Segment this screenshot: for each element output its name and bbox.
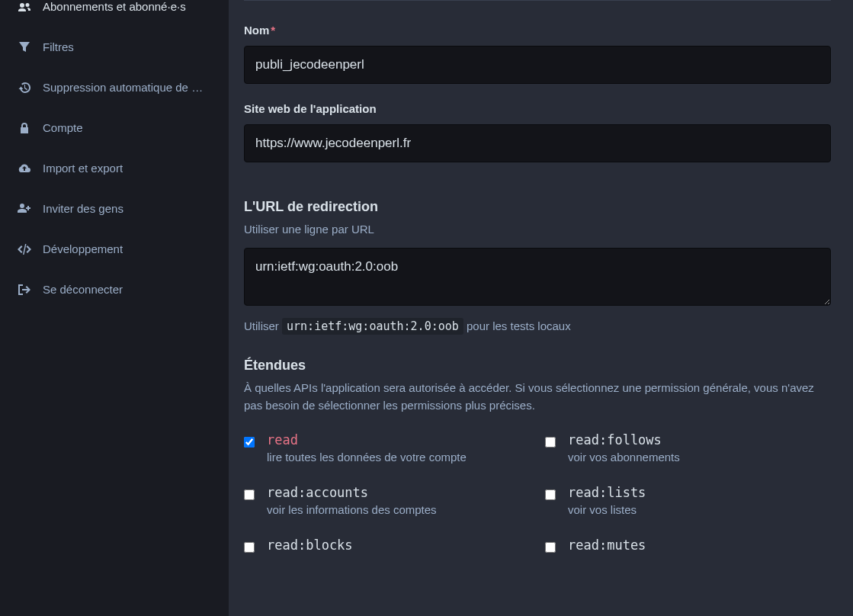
scope-item: readlire toutes les données de votre com… bbox=[244, 432, 530, 464]
scope-item: read:listsvoir vos listes bbox=[545, 485, 831, 516]
scope-item: read:mutes bbox=[545, 537, 831, 556]
sidebar-item-label: Suppression automatique de … bbox=[43, 81, 203, 94]
scope-desc: lire toutes les données de votre compte bbox=[267, 451, 467, 464]
sidebar-item-label: Import et export bbox=[43, 162, 123, 175]
scope-item: read:accountsvoir les informations des c… bbox=[244, 485, 530, 516]
redirect-heading: L'URL de redirection bbox=[244, 199, 831, 215]
sidebar-item-invite[interactable]: Inviter des gens bbox=[0, 188, 229, 229]
sidebar-item-label: Se déconnecter bbox=[43, 283, 123, 296]
sidebar-item-autodelete[interactable]: Suppression automatique de … bbox=[0, 67, 229, 107]
redirect-code: urn:ietf:wg:oauth:2.0:oob bbox=[282, 318, 463, 335]
scope-name: read:follows bbox=[568, 432, 680, 448]
sidebar-item-logout[interactable]: Se déconnecter bbox=[0, 269, 229, 310]
scope-name: read:blocks bbox=[267, 537, 353, 553]
scope-name: read:accounts bbox=[267, 485, 437, 500]
scope-checkbox[interactable] bbox=[545, 542, 556, 553]
code-icon bbox=[15, 244, 34, 255]
history-icon bbox=[15, 82, 34, 94]
user-plus-icon bbox=[15, 204, 34, 214]
sidebar-item-development[interactable]: Développement bbox=[0, 229, 229, 269]
scope-checkbox[interactable] bbox=[244, 542, 255, 553]
sign-out-icon bbox=[15, 284, 34, 295]
scope-item: read:blocks bbox=[244, 537, 530, 556]
sidebar-item-label: Compte bbox=[43, 121, 83, 134]
filter-icon bbox=[15, 42, 34, 53]
scope-checkbox[interactable] bbox=[244, 489, 255, 500]
sidebar-item-label: Développement bbox=[43, 242, 123, 255]
redirect-hint-below: Utiliser urn:ietf:wg:oauth:2.0:oob pour … bbox=[244, 318, 831, 335]
scope-name: read:lists bbox=[568, 485, 646, 500]
name-input[interactable] bbox=[244, 46, 831, 84]
scope-name: read:mutes bbox=[568, 537, 646, 553]
sidebar-item-account[interactable]: Compte bbox=[0, 107, 229, 148]
cloud-upload-icon bbox=[15, 163, 34, 174]
scopes-hint: À quelles APIs l'application sera autori… bbox=[244, 380, 831, 414]
scope-desc: voir vos listes bbox=[568, 503, 646, 516]
users-icon bbox=[15, 1, 34, 13]
website-label: Site web de l'application bbox=[244, 102, 831, 115]
sidebar: Abonnements et abonné·e·s Filtres Suppre… bbox=[0, 0, 229, 616]
scope-checkbox[interactable] bbox=[244, 437, 255, 448]
name-section: Nom* Site web de l'application bbox=[244, 0, 831, 178]
scopes-section: Étendues À quelles APIs l'application se… bbox=[244, 358, 831, 556]
scope-desc: voir les informations des comptes bbox=[267, 503, 437, 516]
main-content: Nom* Site web de l'application L'URL de … bbox=[229, 0, 853, 616]
name-label: Nom* bbox=[244, 24, 831, 37]
scope-item: read:followsvoir vos abonnements bbox=[545, 432, 831, 464]
sidebar-item-follows[interactable]: Abonnements et abonné·e·s bbox=[0, 0, 229, 27]
sidebar-item-label: Filtres bbox=[43, 40, 74, 53]
lock-icon bbox=[15, 123, 34, 133]
redirect-hint: Utiliser une ligne par URL bbox=[244, 221, 831, 239]
scope-name: read bbox=[267, 432, 467, 448]
redirect-textarea[interactable] bbox=[244, 248, 831, 306]
website-input[interactable] bbox=[244, 124, 831, 162]
scope-desc: voir vos abonnements bbox=[568, 451, 680, 464]
sidebar-item-label: Inviter des gens bbox=[43, 202, 123, 215]
scope-checkbox[interactable] bbox=[545, 489, 556, 500]
scopes-heading: Étendues bbox=[244, 358, 831, 374]
sidebar-item-filters[interactable]: Filtres bbox=[0, 27, 229, 67]
sidebar-item-import-export[interactable]: Import et export bbox=[0, 148, 229, 188]
redirect-section: L'URL de redirection Utiliser une ligne … bbox=[244, 199, 831, 335]
sidebar-item-label: Abonnements et abonné·e·s bbox=[43, 0, 186, 13]
scope-checkbox[interactable] bbox=[545, 437, 556, 448]
required-mark: * bbox=[271, 24, 275, 37]
